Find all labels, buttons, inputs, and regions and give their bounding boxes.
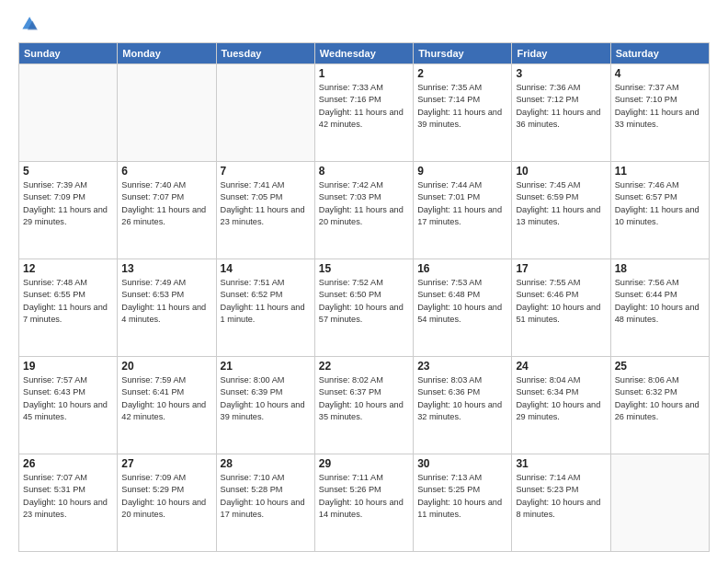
day-info: Sunrise: 7:56 AM Sunset: 6:44 PM Dayligh… (615, 277, 705, 326)
day-cell (610, 454, 709, 552)
day-cell: 29Sunrise: 7:11 AM Sunset: 5:26 PM Dayli… (314, 454, 413, 552)
day-info: Sunrise: 7:52 AM Sunset: 6:50 PM Dayligh… (319, 277, 409, 326)
day-cell: 8Sunrise: 7:42 AM Sunset: 7:03 PM Daylig… (314, 162, 413, 259)
day-number: 25 (615, 360, 705, 373)
day-cell: 31Sunrise: 7:14 AM Sunset: 5:23 PM Dayli… (512, 454, 610, 552)
day-info: Sunrise: 7:11 AM Sunset: 5:26 PM Dayligh… (319, 472, 409, 521)
day-number: 12 (23, 262, 113, 275)
weekday-monday: Monday (118, 43, 216, 64)
day-number: 22 (319, 360, 409, 373)
day-cell: 24Sunrise: 8:04 AM Sunset: 6:34 PM Dayli… (512, 357, 610, 454)
day-info: Sunrise: 7:37 AM Sunset: 7:10 PM Dayligh… (615, 82, 705, 131)
day-number: 26 (23, 457, 113, 470)
day-number: 31 (516, 457, 606, 470)
day-number: 4 (615, 67, 705, 80)
day-number: 24 (516, 360, 606, 373)
weekday-saturday: Saturday (610, 43, 709, 64)
day-number: 28 (221, 457, 311, 470)
day-info: Sunrise: 7:40 AM Sunset: 7:07 PM Dayligh… (121, 179, 211, 228)
day-info: Sunrise: 7:51 AM Sunset: 6:52 PM Dayligh… (221, 277, 311, 326)
day-number: 21 (221, 360, 311, 373)
day-cell: 5Sunrise: 7:39 AM Sunset: 7:09 PM Daylig… (19, 162, 118, 259)
day-number: 2 (417, 67, 507, 80)
day-number: 20 (121, 360, 211, 373)
day-number: 27 (121, 457, 211, 470)
day-info: Sunrise: 8:04 AM Sunset: 6:34 PM Dayligh… (516, 374, 606, 423)
day-cell: 22Sunrise: 8:02 AM Sunset: 6:37 PM Dayli… (314, 357, 413, 454)
weekday-tuesday: Tuesday (216, 43, 314, 64)
day-info: Sunrise: 7:10 AM Sunset: 5:28 PM Dayligh… (221, 472, 311, 521)
day-number: 17 (516, 262, 606, 275)
week-row-1: 1Sunrise: 7:33 AM Sunset: 7:16 PM Daylig… (19, 64, 710, 162)
day-cell (216, 64, 314, 162)
day-cell: 7Sunrise: 7:41 AM Sunset: 7:05 PM Daylig… (216, 162, 314, 259)
day-cell: 1Sunrise: 7:33 AM Sunset: 7:16 PM Daylig… (314, 64, 413, 162)
day-info: Sunrise: 7:46 AM Sunset: 6:57 PM Dayligh… (615, 179, 705, 228)
day-number: 30 (417, 457, 507, 470)
day-info: Sunrise: 8:00 AM Sunset: 6:39 PM Dayligh… (221, 374, 311, 423)
day-number: 1 (319, 67, 409, 80)
day-cell: 21Sunrise: 8:00 AM Sunset: 6:39 PM Dayli… (216, 357, 314, 454)
week-row-5: 26Sunrise: 7:07 AM Sunset: 5:31 PM Dayli… (19, 454, 710, 552)
day-number: 16 (417, 262, 507, 275)
day-info: Sunrise: 7:13 AM Sunset: 5:25 PM Dayligh… (417, 472, 507, 521)
day-cell: 16Sunrise: 7:53 AM Sunset: 6:48 PM Dayli… (414, 259, 512, 357)
weekday-header-row: SundayMondayTuesdayWednesdayThursdayFrid… (19, 43, 710, 64)
day-cell: 30Sunrise: 7:13 AM Sunset: 5:25 PM Dayli… (414, 454, 512, 552)
day-info: Sunrise: 7:33 AM Sunset: 7:16 PM Dayligh… (319, 82, 409, 131)
day-info: Sunrise: 7:41 AM Sunset: 7:05 PM Dayligh… (221, 179, 311, 228)
weekday-friday: Friday (512, 43, 610, 64)
day-cell: 20Sunrise: 7:59 AM Sunset: 6:41 PM Dayli… (118, 357, 216, 454)
page: SundayMondayTuesdayWednesdayThursdayFrid… (0, 0, 728, 563)
day-info: Sunrise: 7:57 AM Sunset: 6:43 PM Dayligh… (23, 374, 113, 423)
day-number: 19 (23, 360, 113, 373)
day-info: Sunrise: 7:36 AM Sunset: 7:12 PM Dayligh… (516, 82, 606, 131)
day-info: Sunrise: 7:55 AM Sunset: 6:46 PM Dayligh… (516, 277, 606, 326)
day-cell: 13Sunrise: 7:49 AM Sunset: 6:53 PM Dayli… (118, 259, 216, 357)
day-number: 29 (319, 457, 409, 470)
day-cell: 17Sunrise: 7:55 AM Sunset: 6:46 PM Dayli… (512, 259, 610, 357)
day-number: 9 (417, 165, 507, 178)
day-number: 5 (23, 165, 113, 178)
day-info: Sunrise: 7:09 AM Sunset: 5:29 PM Dayligh… (121, 472, 211, 521)
day-cell (118, 64, 216, 162)
day-cell: 2Sunrise: 7:35 AM Sunset: 7:14 PM Daylig… (414, 64, 512, 162)
day-info: Sunrise: 7:39 AM Sunset: 7:09 PM Dayligh… (23, 179, 113, 228)
day-number: 13 (121, 262, 211, 275)
day-info: Sunrise: 8:03 AM Sunset: 6:36 PM Dayligh… (417, 374, 507, 423)
day-cell: 11Sunrise: 7:46 AM Sunset: 6:57 PM Dayli… (610, 162, 709, 259)
calendar-table: SundayMondayTuesdayWednesdayThursdayFrid… (18, 42, 710, 552)
day-number: 10 (516, 165, 606, 178)
week-row-4: 19Sunrise: 7:57 AM Sunset: 6:43 PM Dayli… (19, 357, 710, 454)
day-cell: 10Sunrise: 7:45 AM Sunset: 6:59 PM Dayli… (512, 162, 610, 259)
weekday-wednesday: Wednesday (314, 43, 413, 64)
day-number: 3 (516, 67, 606, 80)
week-row-2: 5Sunrise: 7:39 AM Sunset: 7:09 PM Daylig… (19, 162, 710, 259)
day-number: 23 (417, 360, 507, 373)
day-info: Sunrise: 7:42 AM Sunset: 7:03 PM Dayligh… (319, 179, 409, 228)
day-info: Sunrise: 7:49 AM Sunset: 6:53 PM Dayligh… (121, 277, 211, 326)
day-cell: 23Sunrise: 8:03 AM Sunset: 6:36 PM Dayli… (414, 357, 512, 454)
day-info: Sunrise: 8:02 AM Sunset: 6:37 PM Dayligh… (319, 374, 409, 423)
day-cell: 27Sunrise: 7:09 AM Sunset: 5:29 PM Dayli… (118, 454, 216, 552)
day-cell: 6Sunrise: 7:40 AM Sunset: 7:07 PM Daylig… (118, 162, 216, 259)
day-cell: 26Sunrise: 7:07 AM Sunset: 5:31 PM Dayli… (19, 454, 118, 552)
day-cell: 3Sunrise: 7:36 AM Sunset: 7:12 PM Daylig… (512, 64, 610, 162)
weekday-thursday: Thursday (414, 43, 512, 64)
day-cell: 14Sunrise: 7:51 AM Sunset: 6:52 PM Dayli… (216, 259, 314, 357)
day-number: 8 (319, 165, 409, 178)
day-info: Sunrise: 8:06 AM Sunset: 6:32 PM Dayligh… (615, 374, 705, 423)
day-cell: 4Sunrise: 7:37 AM Sunset: 7:10 PM Daylig… (610, 64, 709, 162)
day-cell: 9Sunrise: 7:44 AM Sunset: 7:01 PM Daylig… (414, 162, 512, 259)
day-info: Sunrise: 7:59 AM Sunset: 6:41 PM Dayligh… (121, 374, 211, 423)
day-cell: 15Sunrise: 7:52 AM Sunset: 6:50 PM Dayli… (314, 259, 413, 357)
day-info: Sunrise: 7:45 AM Sunset: 6:59 PM Dayligh… (516, 179, 606, 228)
logo (18, 15, 42, 35)
day-info: Sunrise: 7:48 AM Sunset: 6:55 PM Dayligh… (23, 277, 113, 326)
day-info: Sunrise: 7:53 AM Sunset: 6:48 PM Dayligh… (417, 277, 507, 326)
day-cell (19, 64, 118, 162)
day-cell: 19Sunrise: 7:57 AM Sunset: 6:43 PM Dayli… (19, 357, 118, 454)
day-cell: 28Sunrise: 7:10 AM Sunset: 5:28 PM Dayli… (216, 454, 314, 552)
day-cell: 25Sunrise: 8:06 AM Sunset: 6:32 PM Dayli… (610, 357, 709, 454)
day-number: 6 (121, 165, 211, 178)
